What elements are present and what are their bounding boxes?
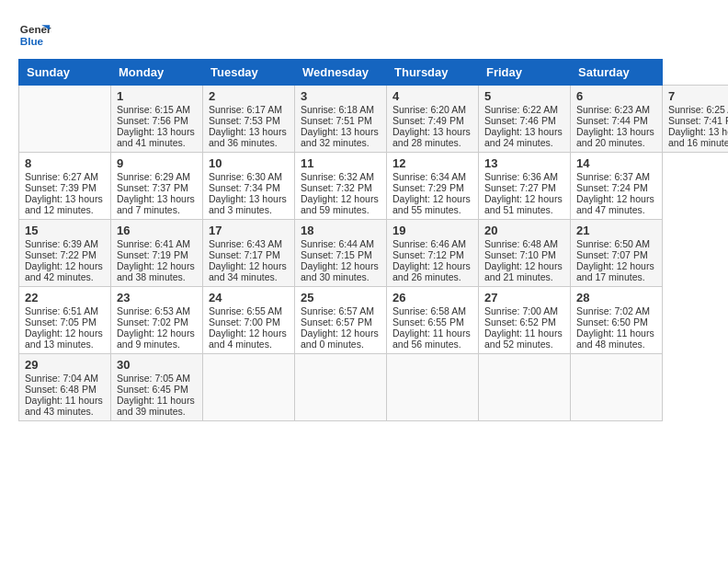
day-number: 2 [209, 89, 289, 103]
calendar-cell: 11Sunrise: 6:32 AMSunset: 7:32 PMDayligh… [295, 153, 387, 220]
calendar-cell: 3Sunrise: 6:18 AMSunset: 7:51 PMDaylight… [295, 86, 387, 153]
sunset: Sunset: 6:55 PM [392, 316, 464, 327]
calendar-cell [479, 354, 571, 421]
daylight: Daylight: 13 hours and 28 minutes. [392, 126, 471, 148]
sunset: Sunset: 7:05 PM [25, 316, 97, 327]
day-number: 15 [25, 224, 105, 237]
sunset: Sunset: 7:27 PM [484, 182, 556, 193]
sunset: Sunset: 7:24 PM [576, 182, 648, 193]
sunrise: Sunrise: 6:27 AM [25, 171, 98, 182]
day-number: 21 [576, 224, 656, 237]
week-row-3: 15Sunrise: 6:39 AMSunset: 7:22 PMDayligh… [19, 220, 729, 287]
sunrise: Sunrise: 6:43 AM [209, 238, 282, 249]
daylight: Daylight: 12 hours and 21 minutes. [484, 260, 563, 282]
calendar-cell: 30Sunrise: 7:05 AMSunset: 6:45 PMDayligh… [111, 354, 203, 421]
day-number: 8 [25, 156, 105, 170]
daylight: Daylight: 11 hours and 52 minutes. [484, 327, 563, 350]
sunrise: Sunrise: 7:02 AM [576, 305, 650, 316]
day-number: 25 [301, 291, 381, 304]
sunrise: Sunrise: 6:57 AM [301, 305, 374, 316]
sunrise: Sunrise: 6:53 AM [117, 305, 190, 316]
sunrise: Sunrise: 6:48 AM [484, 238, 558, 249]
daylight: Daylight: 12 hours and 55 minutes. [392, 193, 471, 215]
sunrise: Sunrise: 6:46 AM [392, 238, 466, 249]
sunrise: Sunrise: 6:22 AM [484, 104, 558, 115]
sunset: Sunset: 7:32 PM [301, 182, 372, 193]
sunrise: Sunrise: 7:04 AM [25, 373, 98, 384]
sunrise: Sunrise: 6:58 AM [392, 305, 466, 316]
day-number: 27 [484, 291, 564, 304]
calendar-cell: 22Sunrise: 6:51 AMSunset: 7:05 PMDayligh… [19, 287, 111, 354]
svg-text:Blue: Blue [20, 35, 44, 47]
calendar-cell: 25Sunrise: 6:57 AMSunset: 6:57 PMDayligh… [295, 287, 387, 354]
calendar-cell: 26Sunrise: 6:58 AMSunset: 6:55 PMDayligh… [387, 287, 479, 354]
calendar-cell [387, 354, 479, 421]
daylight: Daylight: 12 hours and 30 minutes. [301, 260, 379, 282]
calendar-cell [295, 354, 387, 421]
sunset: Sunset: 7:41 PM [668, 115, 728, 126]
sunrise: Sunrise: 6:17 AM [209, 104, 282, 115]
sunrise: Sunrise: 6:32 AM [301, 171, 374, 182]
calendar-cell: 28Sunrise: 7:02 AMSunset: 6:50 PMDayligh… [571, 287, 663, 354]
day-header-friday: Friday [479, 60, 571, 86]
sunrise: Sunrise: 6:23 AM [576, 104, 650, 115]
calendar-cell: 2Sunrise: 6:17 AMSunset: 7:53 PMDaylight… [203, 86, 295, 153]
day-number: 24 [209, 291, 289, 304]
daylight: Daylight: 13 hours and 32 minutes. [301, 126, 379, 148]
daylight: Daylight: 12 hours and 13 minutes. [25, 327, 103, 350]
daylight: Daylight: 12 hours and 9 minutes. [117, 327, 195, 350]
calendar-cell: 14Sunrise: 6:37 AMSunset: 7:24 PMDayligh… [571, 153, 663, 220]
calendar-cell: 27Sunrise: 7:00 AMSunset: 6:52 PMDayligh… [479, 287, 571, 354]
sunset: Sunset: 7:51 PM [301, 115, 372, 126]
day-number: 3 [301, 89, 381, 103]
day-number: 30 [117, 358, 197, 372]
daylight: Daylight: 11 hours and 56 minutes. [392, 327, 471, 350]
sunset: Sunset: 7:37 PM [117, 182, 188, 193]
day-number: 23 [117, 291, 197, 304]
calendar-cell: 19Sunrise: 6:46 AMSunset: 7:12 PMDayligh… [387, 220, 479, 287]
day-number: 19 [392, 224, 472, 237]
week-row-5: 29Sunrise: 7:04 AMSunset: 6:48 PMDayligh… [19, 354, 729, 421]
day-header-thursday: Thursday [387, 60, 479, 86]
page-header: General Blue [18, 18, 710, 52]
day-number: 4 [392, 89, 472, 103]
sunset: Sunset: 7:56 PM [117, 115, 188, 126]
sunrise: Sunrise: 6:39 AM [25, 238, 98, 249]
sunrise: Sunrise: 6:20 AM [392, 104, 466, 115]
calendar-cell: 5Sunrise: 6:22 AMSunset: 7:46 PMDaylight… [479, 86, 571, 153]
day-header-saturday: Saturday [571, 60, 663, 86]
daylight: Daylight: 13 hours and 3 minutes. [209, 193, 287, 215]
calendar-cell: 13Sunrise: 6:36 AMSunset: 7:27 PMDayligh… [479, 153, 571, 220]
day-number: 11 [301, 156, 381, 170]
calendar-cell: 6Sunrise: 6:23 AMSunset: 7:44 PMDaylight… [571, 86, 663, 153]
day-number: 26 [392, 291, 472, 304]
daylight: Daylight: 13 hours and 41 minutes. [117, 126, 195, 148]
day-number: 6 [576, 89, 656, 103]
daylight: Daylight: 12 hours and 38 minutes. [117, 260, 195, 282]
day-number: 7 [668, 89, 728, 103]
daylight: Daylight: 12 hours and 59 minutes. [301, 193, 379, 215]
day-header-monday: Monday [111, 60, 203, 86]
sunset: Sunset: 7:02 PM [117, 316, 188, 327]
sunset: Sunset: 7:07 PM [576, 249, 648, 260]
daylight: Daylight: 13 hours and 36 minutes. [209, 126, 287, 148]
daylight: Daylight: 13 hours and 7 minutes. [117, 193, 195, 215]
calendar-cell: 20Sunrise: 6:48 AMSunset: 7:10 PMDayligh… [479, 220, 571, 287]
sunset: Sunset: 7:44 PM [576, 115, 648, 126]
sunrise: Sunrise: 7:05 AM [117, 373, 190, 384]
sunset: Sunset: 6:48 PM [25, 384, 97, 395]
sunrise: Sunrise: 6:41 AM [117, 238, 190, 249]
day-number: 1 [117, 89, 197, 103]
sunrise: Sunrise: 6:25 AM [668, 104, 728, 115]
calendar-cell [203, 354, 295, 421]
calendar-cell: 21Sunrise: 6:50 AMSunset: 7:07 PMDayligh… [571, 220, 663, 287]
sunrise: Sunrise: 6:55 AM [209, 305, 282, 316]
day-number: 17 [209, 224, 289, 237]
sunset: Sunset: 7:22 PM [25, 249, 97, 260]
sunrise: Sunrise: 6:18 AM [301, 104, 374, 115]
sunset: Sunset: 6:52 PM [484, 316, 556, 327]
daylight: Daylight: 13 hours and 24 minutes. [484, 126, 563, 148]
daylight: Daylight: 11 hours and 43 minutes. [25, 395, 103, 417]
calendar-cell: 16Sunrise: 6:41 AMSunset: 7:19 PMDayligh… [111, 220, 203, 287]
sunrise: Sunrise: 6:51 AM [25, 305, 98, 316]
